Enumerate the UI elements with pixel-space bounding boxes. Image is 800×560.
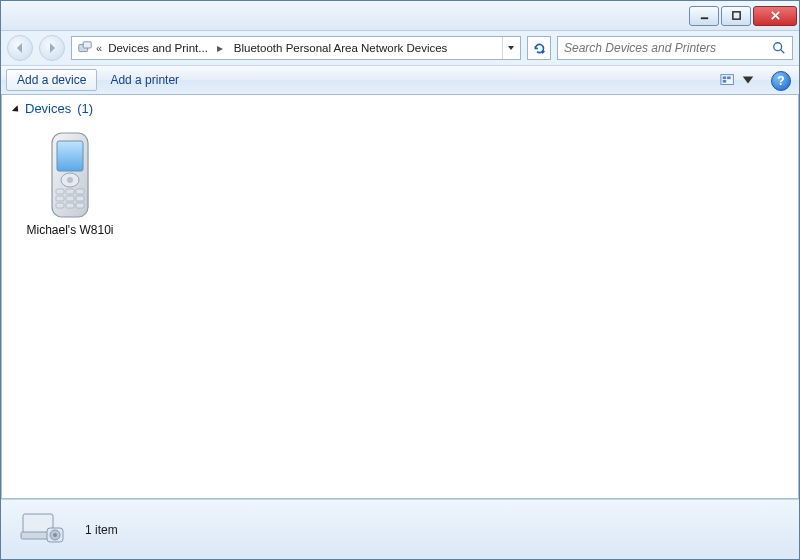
- svg-rect-7: [723, 76, 727, 79]
- back-button[interactable]: [7, 35, 33, 61]
- minimize-button[interactable]: [689, 6, 719, 26]
- device-grid: Michael's W810i: [2, 120, 798, 248]
- command-bar: Add a device Add a printer ?: [1, 65, 799, 95]
- search-icon: [772, 41, 786, 55]
- help-button[interactable]: ?: [771, 71, 791, 91]
- search-input[interactable]: [564, 41, 772, 55]
- navigation-row: « Devices and Print... ▸ Bluetooth Perso…: [1, 31, 799, 65]
- svg-rect-19: [76, 196, 84, 201]
- chevron-down-icon: [740, 73, 756, 87]
- svg-rect-18: [66, 196, 74, 201]
- svg-rect-11: [57, 141, 83, 171]
- location-icon: [76, 39, 94, 57]
- content-pane: Devices (1): [1, 95, 799, 499]
- forward-button[interactable]: [39, 35, 65, 61]
- device-item[interactable]: Michael's W810i: [10, 124, 130, 244]
- help-icon: ?: [777, 74, 784, 88]
- svg-point-27: [53, 533, 57, 537]
- explorer-window: « Devices and Print... ▸ Bluetooth Perso…: [0, 0, 800, 560]
- svg-rect-16: [76, 189, 84, 194]
- window-controls: [689, 6, 797, 26]
- section-title: Devices: [25, 101, 71, 116]
- breadcrumb-segment-parent[interactable]: Devices and Print...: [102, 37, 212, 59]
- address-dropdown[interactable]: [502, 37, 518, 59]
- device-label: Michael's W810i: [27, 223, 114, 237]
- svg-rect-20: [56, 203, 64, 208]
- refresh-icon: [533, 42, 546, 55]
- breadcrumb-separator[interactable]: ▸: [212, 37, 228, 59]
- add-device-button[interactable]: Add a device: [6, 69, 97, 91]
- chevron-down-icon: [507, 44, 515, 52]
- status-item-count: 1 item: [85, 523, 118, 537]
- svg-line-5: [781, 50, 785, 54]
- phone-icon: [42, 131, 98, 221]
- devices-category-icon: [19, 508, 67, 552]
- refresh-button[interactable]: [527, 36, 551, 60]
- section-header-devices[interactable]: Devices (1): [2, 95, 798, 120]
- back-arrow-icon: [14, 42, 26, 54]
- search-box[interactable]: [557, 36, 793, 60]
- forward-arrow-icon: [46, 42, 58, 54]
- svg-rect-8: [727, 76, 731, 79]
- details-pane: 1 item: [1, 499, 799, 559]
- svg-rect-22: [76, 203, 84, 208]
- svg-rect-9: [723, 80, 727, 83]
- collapse-triangle-icon: [12, 105, 21, 114]
- button-label: Add a printer: [110, 73, 179, 87]
- close-icon: [770, 10, 781, 21]
- breadcrumb-label: Devices and Print...: [108, 42, 208, 54]
- breadcrumb-label: Bluetooth Personal Area Network Devices: [234, 42, 448, 54]
- view-options-button[interactable]: [713, 69, 763, 91]
- maximize-button[interactable]: [721, 6, 751, 26]
- svg-point-13: [67, 177, 73, 183]
- minimize-icon: [699, 10, 710, 21]
- svg-rect-1: [732, 12, 739, 19]
- svg-rect-21: [66, 203, 74, 208]
- title-bar: [1, 1, 799, 31]
- section-count: (1): [77, 101, 93, 116]
- svg-rect-6: [721, 75, 733, 85]
- svg-rect-0: [700, 17, 707, 19]
- button-label: Add a device: [17, 73, 86, 87]
- address-bar[interactable]: « Devices and Print... ▸ Bluetooth Perso…: [71, 36, 521, 60]
- add-printer-button[interactable]: Add a printer: [99, 69, 190, 91]
- view-icon: [720, 73, 736, 87]
- close-button[interactable]: [753, 6, 797, 26]
- svg-rect-14: [56, 189, 64, 194]
- maximize-icon: [731, 10, 742, 21]
- breadcrumb-segment-current[interactable]: Bluetooth Personal Area Network Devices: [228, 37, 452, 59]
- svg-rect-17: [56, 196, 64, 201]
- svg-point-4: [774, 43, 782, 51]
- svg-rect-3: [83, 42, 91, 48]
- svg-rect-15: [66, 189, 74, 194]
